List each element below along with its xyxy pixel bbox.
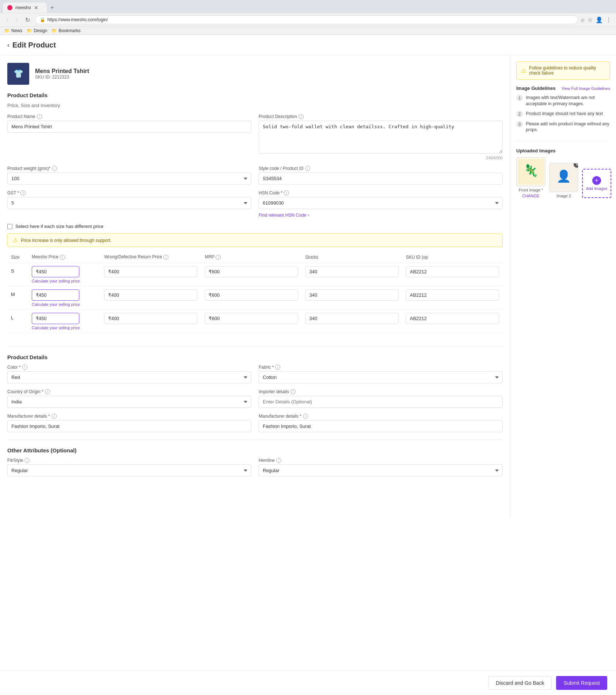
product-display-name: Mens Printed Tshirt bbox=[35, 68, 89, 75]
sku-id-input-1[interactable] bbox=[406, 289, 499, 301]
bookmark-bookmarks[interactable]: 📁 Bookmarks bbox=[52, 28, 80, 33]
guideline-item-2: 2 Product image should not have any text bbox=[516, 111, 610, 117]
product-name-info-icon[interactable]: i bbox=[37, 114, 42, 119]
url-bar[interactable]: 🔒 https://www.meesho.com/login/ bbox=[35, 15, 578, 24]
stocks-input-0[interactable] bbox=[305, 266, 399, 277]
add-images-plus-icon: + bbox=[592, 176, 601, 185]
view-full-guidelines-link[interactable]: View Full Image Guidelines bbox=[562, 86, 610, 91]
manufacturer-right-input[interactable] bbox=[259, 420, 503, 432]
return-price-input-2[interactable] bbox=[104, 313, 197, 324]
mrp-input-2[interactable] bbox=[205, 313, 298, 324]
style-code-info-icon[interactable]: i bbox=[305, 166, 310, 171]
meesho-price-input-1[interactable] bbox=[32, 289, 79, 301]
guidelines-banner: ⚠ Follow guidelines to reduce quality ch… bbox=[516, 61, 610, 80]
menu-button[interactable]: ⋮ bbox=[606, 16, 612, 23]
return-price-info-icon[interactable]: i bbox=[163, 255, 168, 260]
return-price-cell-1 bbox=[100, 286, 201, 310]
submit-button[interactable]: Submit Request bbox=[556, 676, 607, 690]
price-table-header: Size Meesho Price i Wrong/Defective Retu… bbox=[7, 251, 503, 263]
fit-style-label: Fit/Style i bbox=[7, 458, 251, 463]
mrp-info-icon[interactable]: i bbox=[216, 255, 221, 260]
warning-icon: ⚠ bbox=[13, 237, 18, 244]
fit-style-select[interactable]: Regular bbox=[7, 464, 251, 476]
importer-info-icon[interactable]: i bbox=[290, 389, 296, 394]
fabric-select[interactable]: Cotton Polyester bbox=[259, 371, 503, 383]
hemline-select[interactable]: Regular bbox=[259, 464, 503, 476]
section-divider bbox=[7, 346, 503, 347]
product-name-input[interactable] bbox=[7, 121, 251, 133]
gst-select[interactable]: 5 12 18 bbox=[7, 197, 251, 209]
meesho-price-input-2[interactable] bbox=[32, 313, 79, 324]
product-description-info-icon[interactable]: i bbox=[299, 114, 304, 119]
bookmark-news[interactable]: 📁 News bbox=[4, 28, 22, 33]
active-tab[interactable]: meesho ✕ bbox=[3, 3, 47, 13]
mrp-input-0[interactable] bbox=[205, 266, 298, 277]
different-price-label[interactable]: Select here if each size has different p… bbox=[15, 224, 103, 229]
other-attributes-row: Fit/Style i Regular Hemline i bbox=[7, 458, 503, 476]
gst-info-icon[interactable]: i bbox=[20, 190, 26, 195]
return-price-input-0[interactable] bbox=[104, 266, 197, 277]
stocks-cell-0 bbox=[302, 263, 402, 286]
return-price-input-1[interactable] bbox=[104, 289, 197, 301]
hsn-code-info-icon[interactable]: i bbox=[284, 190, 289, 195]
forward-button[interactable]: › bbox=[14, 16, 20, 24]
color-select[interactable]: Red Blue Black bbox=[7, 371, 251, 383]
hemline-info-icon[interactable]: i bbox=[276, 458, 281, 463]
mrp-input-1[interactable] bbox=[205, 289, 298, 301]
calc-link-0[interactable]: Calculate your selling price bbox=[32, 279, 97, 283]
fit-style-select-wrapper: Regular bbox=[7, 464, 251, 476]
back-arrow-button[interactable]: ‹ bbox=[7, 41, 9, 49]
profile-button[interactable]: 👤 bbox=[596, 16, 603, 23]
bookmark-star[interactable]: ☆ bbox=[588, 16, 593, 23]
bookmark-design[interactable]: 📁 Design bbox=[27, 28, 47, 33]
manufacturer-left-info-icon[interactable]: i bbox=[52, 414, 57, 419]
front-image-container: 🦎 Front Image * CHANGE bbox=[516, 157, 545, 198]
find-hsn-link[interactable]: Find relevant HSN Code › bbox=[259, 213, 503, 218]
fabric-info-icon[interactable]: i bbox=[275, 365, 280, 370]
sku-id-input-2[interactable] bbox=[406, 313, 499, 324]
product-name-info: Mens Printed Tshirt SKU ID: 2212323 bbox=[35, 68, 89, 80]
tab-close-button[interactable]: ✕ bbox=[34, 5, 38, 11]
guideline-item-3: 3 Please add solo product image without … bbox=[516, 121, 610, 133]
meesho-price-input-0[interactable] bbox=[32, 266, 79, 277]
style-code-input[interactable] bbox=[259, 172, 503, 185]
product-description-textarea[interactable]: Solid two-fold wallet with clean details… bbox=[259, 121, 503, 153]
sku-id-cell-1 bbox=[402, 286, 503, 310]
product-weight-select-wrapper: 100 200 300 bbox=[7, 172, 251, 185]
stocks-input-1[interactable] bbox=[305, 289, 399, 301]
calc-link-2[interactable]: Calculate your selling price bbox=[32, 326, 97, 330]
bookmark-folder-icon-3: 📁 bbox=[52, 28, 57, 33]
calc-link-1[interactable]: Calculate your selling price bbox=[32, 302, 97, 307]
product-weight-info-icon[interactable]: i bbox=[52, 166, 57, 171]
manufacturer-left-input[interactable] bbox=[7, 420, 251, 432]
style-code-group: Style code / Product ID i bbox=[259, 166, 503, 185]
manufacturer-right-info-icon[interactable]: i bbox=[303, 414, 308, 419]
importer-input[interactable] bbox=[259, 396, 503, 408]
stocks-input-2[interactable] bbox=[305, 313, 399, 324]
new-tab-button[interactable]: + bbox=[47, 2, 57, 13]
product-weight-select[interactable]: 100 200 300 bbox=[7, 172, 251, 185]
product-name-label: Product Name i bbox=[7, 114, 251, 119]
sku-id-input-0[interactable] bbox=[406, 266, 499, 277]
price-table: Size Meesho Price i Wrong/Defective Retu… bbox=[7, 251, 503, 333]
product-header: 👕 Mens Printed Tshirt SKU ID: 2212323 bbox=[7, 63, 503, 85]
hsn-code-select[interactable]: 61099030 bbox=[259, 197, 503, 209]
image-guidelines-title: Image Guidelines bbox=[516, 86, 556, 91]
country-info-icon[interactable]: i bbox=[45, 389, 50, 394]
search-button[interactable]: ⌕ bbox=[581, 16, 585, 23]
back-button[interactable]: ‹ bbox=[4, 16, 11, 24]
form-row-2: Product weight (gms)* i 100 200 300 Styl… bbox=[7, 166, 503, 185]
discard-button[interactable]: Discard and Go Back bbox=[488, 676, 552, 690]
main-content: 👕 Mens Printed Tshirt SKU ID: 2212323 Pr… bbox=[0, 56, 616, 519]
change-front-image-link[interactable]: CHANGE bbox=[522, 194, 539, 198]
image2-svg: 👤 bbox=[551, 165, 577, 190]
color-info-icon[interactable]: i bbox=[22, 365, 27, 370]
country-select[interactable]: India China bbox=[7, 396, 251, 408]
add-images-button[interactable]: + Add Images bbox=[582, 169, 611, 198]
fit-style-info-icon[interactable]: i bbox=[24, 458, 30, 463]
hemline-select-wrapper: Regular bbox=[259, 464, 503, 476]
meesho-price-info-icon[interactable]: i bbox=[60, 255, 65, 260]
different-price-checkbox[interactable] bbox=[7, 224, 12, 229]
reload-button[interactable]: ↻ bbox=[23, 16, 32, 24]
images-row: 🦎 Front Image * CHANGE 👤 ✕ bbox=[516, 157, 610, 198]
